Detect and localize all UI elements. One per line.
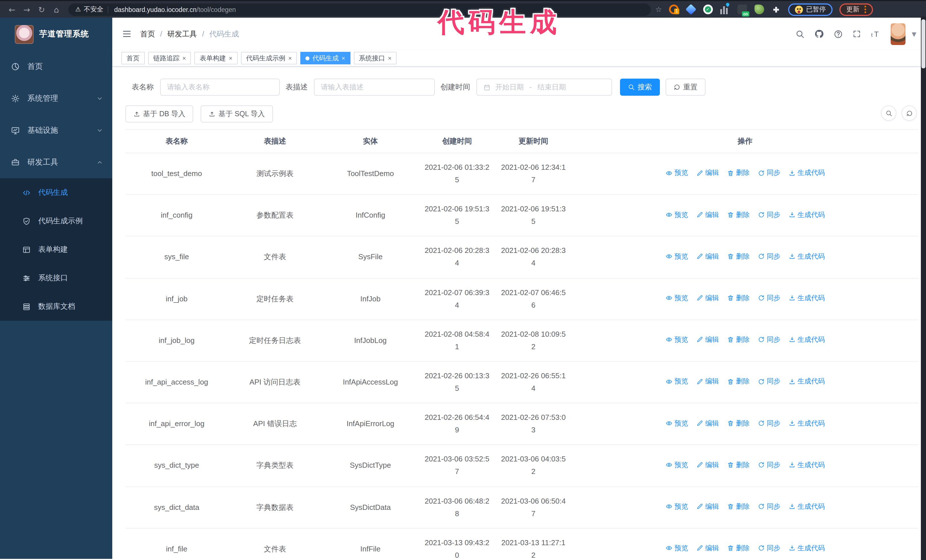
- sidebar-subitem-2[interactable]: 表单构建: [0, 235, 112, 264]
- action-sync-link[interactable]: 同步: [758, 292, 781, 304]
- action-generate-link[interactable]: 生成代码: [788, 209, 825, 220]
- back-icon[interactable]: ←: [5, 5, 20, 14]
- puzzle-icon[interactable]: [771, 5, 781, 14]
- action-preview-link[interactable]: 预览: [665, 542, 688, 554]
- breadcrumb-home[interactable]: 首页: [140, 29, 155, 39]
- toggle-search-button[interactable]: [881, 106, 896, 121]
- fullscreen-icon[interactable]: [852, 30, 861, 38]
- font-size-icon[interactable]: tT: [871, 29, 881, 39]
- import-db-button[interactable]: 基于 DB 导入: [126, 106, 194, 122]
- action-delete-link[interactable]: 删除: [727, 292, 750, 304]
- security-label[interactable]: 不安全: [84, 5, 103, 14]
- action-edit-link[interactable]: 编辑: [696, 417, 719, 429]
- action-edit-link[interactable]: 编辑: [696, 251, 719, 262]
- action-delete-link[interactable]: 删除: [727, 167, 750, 179]
- bookmark-star-icon[interactable]: ☆: [655, 5, 662, 14]
- action-sync-link[interactable]: 同步: [758, 167, 781, 179]
- tab-1[interactable]: 链路追踪×: [148, 52, 191, 64]
- table-name-input[interactable]: 请输入表名称: [160, 78, 280, 96]
- action-generate-link[interactable]: 生成代码: [788, 251, 825, 262]
- sidebar-item-0[interactable]: 首页: [0, 51, 112, 83]
- sidebar-subitem-4[interactable]: 数据库文档: [0, 292, 112, 321]
- action-generate-link[interactable]: 生成代码: [788, 167, 825, 179]
- action-sync-link[interactable]: 同步: [758, 251, 781, 262]
- action-sync-link[interactable]: 同步: [758, 501, 781, 512]
- action-preview-link[interactable]: 预览: [665, 251, 688, 262]
- action-sync-link[interactable]: 同步: [758, 376, 781, 387]
- action-edit-link[interactable]: 编辑: [696, 167, 719, 179]
- sidebar-subitem-0[interactable]: 代码生成: [0, 178, 112, 207]
- search-icon[interactable]: [796, 29, 805, 38]
- extension-icon[interactable]: [754, 5, 764, 14]
- action-delete-link[interactable]: 删除: [727, 417, 750, 429]
- table-desc-input[interactable]: 请输入表描述: [314, 78, 435, 96]
- action-delete-link[interactable]: 删除: [727, 459, 750, 471]
- close-icon[interactable]: ×: [388, 55, 392, 61]
- action-generate-link[interactable]: 生成代码: [788, 501, 825, 512]
- sidebar-item-2[interactable]: 基础设施: [0, 115, 112, 146]
- action-delete-link[interactable]: 删除: [727, 542, 750, 554]
- help-icon[interactable]: [834, 29, 843, 38]
- action-generate-link[interactable]: 生成代码: [788, 417, 825, 429]
- action-edit-link[interactable]: 编辑: [696, 292, 719, 304]
- extension-icon[interactable]: on: [737, 5, 747, 14]
- caret-down-icon[interactable]: ▾: [912, 29, 916, 39]
- logo-row[interactable]: 芋道管理系统: [0, 18, 112, 51]
- action-delete-link[interactable]: 删除: [727, 334, 750, 346]
- scrollbar[interactable]: [921, 17, 926, 560]
- action-generate-link[interactable]: 生成代码: [788, 542, 825, 554]
- extension-icon[interactable]: [720, 5, 730, 14]
- close-icon[interactable]: ×: [342, 55, 345, 61]
- github-icon[interactable]: [814, 29, 824, 39]
- action-delete-link[interactable]: 删除: [727, 209, 750, 220]
- action-edit-link[interactable]: 编辑: [696, 376, 719, 387]
- action-edit-link[interactable]: 编辑: [696, 209, 719, 220]
- action-preview-link[interactable]: 预览: [665, 167, 688, 179]
- action-generate-link[interactable]: 生成代码: [788, 376, 825, 387]
- action-preview-link[interactable]: 预览: [665, 417, 688, 429]
- action-generate-link[interactable]: 生成代码: [788, 459, 825, 471]
- action-sync-link[interactable]: 同步: [758, 209, 781, 220]
- tab-0[interactable]: 首页: [121, 52, 145, 64]
- action-preview-link[interactable]: 预览: [665, 501, 688, 512]
- update-chip[interactable]: 更新: [840, 3, 873, 16]
- date-range-picker[interactable]: 开始日期 - 结束日期: [477, 78, 612, 96]
- action-generate-link[interactable]: 生成代码: [788, 334, 825, 346]
- action-sync-link[interactable]: 同步: [758, 542, 781, 554]
- action-edit-link[interactable]: 编辑: [696, 459, 719, 471]
- tab-3[interactable]: 代码生成示例×: [241, 52, 297, 64]
- action-edit-link[interactable]: 编辑: [696, 334, 719, 346]
- sidebar-subitem-1[interactable]: 代码生成示例: [0, 207, 112, 235]
- action-preview-link[interactable]: 预览: [665, 292, 688, 304]
- tab-2[interactable]: 表单构建×: [195, 52, 238, 64]
- search-button[interactable]: 搜索: [620, 78, 660, 96]
- sidebar-item-1[interactable]: 系统管理: [0, 83, 112, 115]
- address-bar[interactable]: ⚠ 不安全 dashboard.yudao.iocoder.cn/tool/co…: [68, 3, 651, 16]
- sidebar-subitem-3[interactable]: 系统接口: [0, 264, 112, 292]
- forward-icon[interactable]: →: [20, 5, 34, 14]
- extension-icon[interactable]: [685, 4, 696, 15]
- action-delete-link[interactable]: 删除: [727, 501, 750, 512]
- action-edit-link[interactable]: 编辑: [696, 501, 719, 512]
- action-sync-link[interactable]: 同步: [758, 417, 781, 429]
- refresh-table-button[interactable]: [902, 106, 917, 121]
- sidebar-item-3[interactable]: 研发工具: [0, 146, 112, 178]
- tab-5[interactable]: 系统接口×: [354, 52, 397, 64]
- action-generate-link[interactable]: 生成代码: [788, 292, 825, 304]
- action-delete-link[interactable]: 删除: [727, 251, 750, 262]
- reload-icon[interactable]: ↻: [34, 5, 49, 14]
- breadcrumb-tools[interactable]: 研发工具: [167, 29, 197, 39]
- scrollbar-thumb[interactable]: [921, 20, 925, 68]
- action-preview-link[interactable]: 预览: [665, 459, 688, 471]
- action-preview-link[interactable]: 预览: [665, 209, 688, 220]
- hamburger-icon[interactable]: [122, 29, 132, 39]
- kebab-menu-icon[interactable]: [864, 6, 866, 13]
- action-edit-link[interactable]: 编辑: [696, 542, 719, 554]
- tab-4[interactable]: 代码生成×: [301, 52, 351, 64]
- action-sync-link[interactable]: 同步: [758, 459, 781, 471]
- avatar[interactable]: [891, 23, 905, 45]
- reset-button[interactable]: 重置: [666, 78, 705, 96]
- close-icon[interactable]: ×: [229, 55, 233, 61]
- action-preview-link[interactable]: 预览: [665, 376, 688, 387]
- action-delete-link[interactable]: 删除: [727, 376, 750, 387]
